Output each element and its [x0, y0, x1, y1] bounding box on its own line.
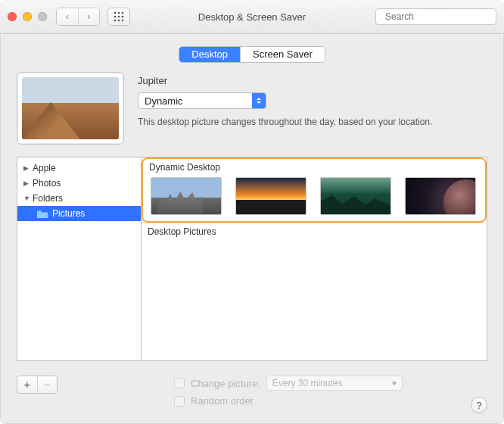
tab-bar: Desktop Screen Saver [179, 46, 325, 63]
svg-point-6 [114, 20, 117, 22]
random-order-label: Random order [191, 395, 254, 407]
svg-point-3 [114, 16, 117, 18]
show-all-prefs-button[interactable] [107, 8, 130, 26]
wallpaper-option[interactable] [235, 177, 306, 215]
disclosure-triangle-down-icon: ▼ [23, 195, 31, 202]
svg-point-1 [118, 12, 120, 14]
zoom-window[interactable] [38, 12, 47, 21]
grid-icon [114, 11, 124, 22]
wallpaper-thumb-icon [22, 77, 119, 139]
wallpaper-option[interactable] [151, 177, 222, 215]
wallpaper-option[interactable] [320, 177, 391, 215]
disclosure-triangle-icon: ▶ [23, 164, 31, 172]
nav-back-forward: ‹ › [56, 8, 100, 26]
group-header: Desktop Pictures [142, 223, 487, 242]
tab-screensaver[interactable]: Screen Saver [240, 47, 325, 62]
tab-desktop[interactable]: Desktop [179, 47, 240, 62]
sidebar-item-photos[interactable]: ▶ Photos [17, 176, 141, 191]
wallpaper-mode-dropdown[interactable]: Dynamic [138, 92, 266, 109]
search-input[interactable] [384, 11, 500, 23]
folder-icon [37, 210, 48, 218]
current-wallpaper-preview [17, 72, 124, 145]
minimize-window[interactable] [23, 12, 32, 21]
dropdown-stepper-icon [252, 93, 266, 108]
wallpaper-option[interactable] [405, 177, 476, 215]
disclosure-triangle-icon: ▶ [23, 179, 31, 187]
group-header: Dynamic Desktop [143, 159, 485, 177]
back-button[interactable]: ‹ [57, 8, 78, 25]
wallpaper-mode-label: Dynamic [145, 95, 183, 107]
add-source-button[interactable]: + [17, 376, 37, 393]
sidebar-item-label: Folders [33, 193, 63, 204]
svg-point-2 [122, 12, 124, 14]
random-order-checkbox[interactable] [174, 396, 185, 407]
svg-point-4 [118, 16, 120, 18]
add-remove-source: + − [17, 376, 58, 394]
change-picture-checkbox[interactable] [174, 378, 185, 388]
source-sidebar[interactable]: ▶ Apple ▶ Photos ▼ Folders Pictures [17, 157, 141, 361]
sidebar-item-folders[interactable]: ▼ Folders [17, 191, 141, 206]
svg-point-5 [122, 16, 124, 18]
change-picture-label: Change picture: [191, 378, 260, 389]
close-window[interactable] [8, 12, 17, 21]
svg-point-7 [118, 20, 120, 22]
sidebar-item-pictures[interactable]: Pictures [17, 206, 141, 221]
svg-point-8 [122, 20, 124, 22]
wallpaper-mode-hint: This desktop picture changes throughout … [138, 117, 487, 127]
forward-button[interactable]: › [78, 8, 99, 25]
sidebar-item-label: Pictures [52, 208, 85, 219]
sidebar-item-label: Photos [33, 178, 61, 189]
sidebar-item-apple[interactable]: ▶ Apple [17, 161, 141, 176]
sidebar-item-label: Apple [33, 163, 56, 173]
dynamic-desktop-group: Dynamic Desktop [142, 157, 487, 223]
search-field[interactable] [375, 8, 496, 25]
help-button[interactable]: ? [471, 397, 487, 413]
desktop-pictures-group: Desktop Pictures [142, 223, 487, 360]
wallpaper-name: Jupiter [138, 75, 487, 86]
change-interval-popup[interactable]: Every 30 minutes [266, 376, 403, 391]
svg-point-0 [114, 12, 117, 14]
change-interval-label: Every 30 minutes [272, 378, 343, 388]
remove-source-button[interactable]: − [37, 376, 57, 393]
